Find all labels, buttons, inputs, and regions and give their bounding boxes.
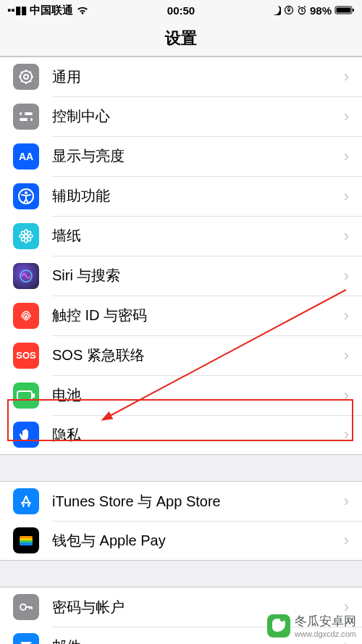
mail-icon [13, 633, 39, 644]
flower-icon [13, 223, 39, 249]
row-itunes[interactable]: iTunes Store 与 App Store › [0, 481, 362, 521]
text-size-icon: AA [13, 143, 39, 170]
svg-point-7 [24, 75, 28, 79]
watermark-text: 冬瓜安卓网 [295, 613, 356, 630]
row-control-center[interactable]: 控制中心 › [0, 96, 362, 136]
status-time: 00:50 [123, 4, 239, 17]
row-sos[interactable]: SOS SOS 紧急联络 › [0, 335, 362, 375]
chevron-right-icon: › [344, 67, 349, 86]
svg-rect-33 [33, 393, 35, 398]
svg-line-13 [30, 80, 31, 82]
svg-point-19 [28, 117, 31, 121]
chevron-right-icon: › [344, 346, 349, 365]
row-label: 辅助功能 [52, 186, 344, 206]
row-label: 通用 [52, 67, 344, 87]
watermark-logo-icon [267, 614, 290, 637]
chevron-right-icon: › [344, 425, 349, 444]
chevron-right-icon: › [344, 531, 349, 550]
row-label: 钱包与 Apple Pay [52, 531, 344, 551]
svg-rect-1 [287, 9, 290, 12]
row-label: 墙纸 [52, 226, 344, 246]
key-icon [13, 594, 39, 620]
moon-icon [271, 5, 281, 15]
svg-point-17 [22, 112, 25, 115]
row-privacy[interactable]: 隐私 › [0, 415, 362, 455]
chevron-right-icon: › [344, 492, 349, 511]
svg-rect-38 [20, 543, 33, 545]
status-right: 98% [239, 4, 355, 17]
alarm-icon [297, 5, 307, 15]
svg-rect-5 [353, 9, 354, 12]
battery-icon [334, 5, 355, 15]
lock-rotation-icon [284, 5, 294, 15]
chevron-right-icon: › [344, 107, 349, 126]
row-accessibility[interactable]: 辅助功能 › [0, 176, 362, 216]
signal-icon: ▪▪▮▮ [7, 4, 27, 17]
svg-line-12 [21, 72, 22, 73]
svg-point-21 [25, 191, 28, 194]
row-general[interactable]: 通用 › [0, 57, 362, 96]
battery-row-icon [13, 382, 39, 409]
row-label: SOS 紧急联络 [52, 346, 344, 365]
accessibility-icon [13, 183, 39, 209]
svg-line-14 [21, 80, 22, 82]
watermark-url: www.dgxcdz.com [295, 630, 356, 638]
svg-line-15 [30, 72, 31, 73]
row-label: 电池 [52, 385, 344, 405]
row-label: iTunes Store 与 App Store [52, 492, 344, 511]
row-label: Siri 与搜索 [52, 266, 344, 285]
chevron-right-icon: › [344, 227, 349, 246]
settings-screen: ▪▪▮▮ 中国联通 00:50 98% 设置 [0, 0, 362, 644]
carrier-label: 中国联通 [30, 4, 73, 17]
row-touchid[interactable]: 触控 ID 与密码 › [0, 296, 362, 335]
wifi-icon [76, 5, 89, 15]
sliders-icon [13, 104, 39, 130]
fingerprint-icon [13, 303, 39, 329]
row-label: 显示与亮度 [52, 146, 344, 166]
watermark: 冬瓜安卓网 www.dgxcdz.com [267, 613, 356, 638]
row-label: 触控 ID 与密码 [52, 306, 344, 325]
chevron-right-icon: › [344, 187, 349, 206]
row-siri[interactable]: Siri 与搜索 › [0, 256, 362, 296]
chevron-right-icon: › [344, 306, 349, 325]
wallet-icon [13, 527, 39, 553]
settings-list: 通用 › 控制中心 › AA 显示与亮度 › 辅助功能 › 墙纸 [0, 57, 362, 644]
gear-icon [13, 64, 39, 90]
row-label: 隐私 [52, 425, 344, 445]
row-battery[interactable]: 电池 › [0, 375, 362, 415]
hand-icon [13, 422, 39, 448]
svg-point-39 [20, 604, 26, 610]
appstore-icon [13, 488, 39, 514]
svg-rect-4 [337, 8, 351, 13]
row-wallet[interactable]: 钱包与 Apple Pay › [0, 521, 362, 561]
svg-rect-32 [17, 391, 32, 400]
row-display[interactable]: AA 显示与亮度 › [0, 136, 362, 176]
sos-icon: SOS [13, 343, 39, 369]
status-bar: ▪▪▮▮ 中国联通 00:50 98% [0, 0, 362, 20]
nav-title: 设置 [0, 20, 362, 57]
status-left: ▪▪▮▮ 中国联通 [7, 4, 123, 17]
chevron-right-icon: › [344, 147, 349, 166]
row-label: 控制中心 [52, 106, 344, 126]
siri-icon [13, 263, 39, 289]
row-wallpaper[interactable]: 墙纸 › [0, 216, 362, 256]
chevron-right-icon: › [344, 267, 349, 285]
battery-pct: 98% [310, 4, 332, 17]
chevron-right-icon: › [344, 386, 349, 405]
